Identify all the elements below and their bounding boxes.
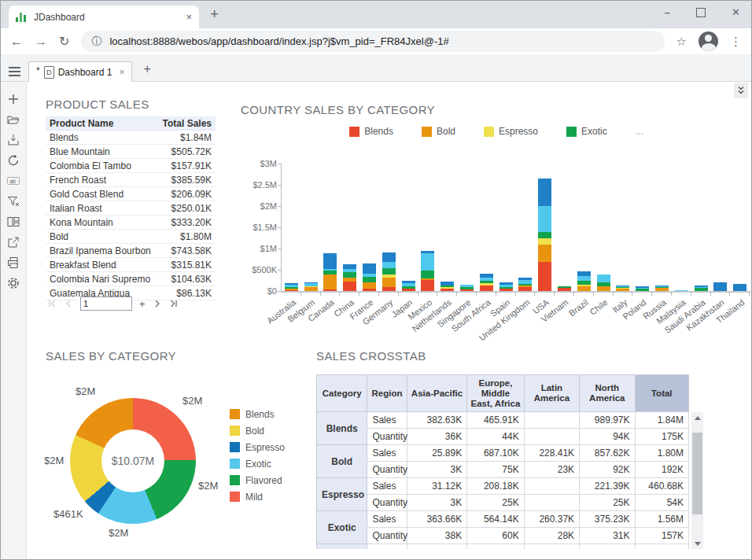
product-name-column-header[interactable]: Product Name (46, 116, 157, 131)
bar-segment-flavored[interactable] (421, 253, 434, 271)
bar-japan[interactable] (402, 281, 415, 291)
back-icon[interactable]: ← (10, 35, 23, 48)
bar-segment-bold[interactable] (597, 286, 610, 291)
close-tab-icon[interactable]: × (186, 11, 192, 23)
bar-belgium[interactable] (304, 282, 318, 291)
new-dashboard-tab-button[interactable]: + (143, 62, 150, 76)
bar-chile[interactable] (597, 274, 610, 291)
bar-saudi-arabia[interactable] (695, 286, 708, 291)
donut-ring[interactable]: $10.07M (70, 398, 196, 524)
bar-segment-blends[interactable] (538, 262, 551, 291)
print-icon[interactable] (6, 256, 20, 270)
tab-dashboard-1[interactable]: * D Dashboard 1 × (28, 61, 132, 82)
collapse-toolbar-button[interactable] (734, 83, 748, 98)
bar-usa[interactable] (538, 179, 551, 291)
ct-column-header[interactable]: Asia-Pacific (407, 375, 466, 412)
table-row[interactable]: Blue Mountain$505.72K (46, 145, 216, 159)
bar-kazakhstan[interactable] (713, 282, 727, 291)
bar-segment-exotic[interactable] (363, 277, 376, 282)
maximize-button[interactable] (696, 8, 706, 17)
bar-segment-bold[interactable] (363, 282, 376, 289)
ct-column-header[interactable]: Category (317, 375, 367, 412)
bar-segment-exotic[interactable] (421, 271, 434, 278)
bar-segment-bold[interactable] (382, 278, 396, 287)
total-sales-column-header[interactable]: Total Sales (157, 116, 216, 131)
table-row[interactable]: Gold Coast Blend$206.09K (46, 187, 216, 201)
page-number-input[interactable] (80, 297, 132, 311)
first-page-icon[interactable] (47, 299, 57, 308)
table-row[interactable]: Blends$1.84M (46, 131, 216, 145)
bar-segment-bold[interactable] (616, 289, 629, 291)
bar-thailand[interactable] (733, 284, 746, 291)
bar-singapore[interactable] (460, 285, 474, 291)
bar-poland[interactable] (636, 286, 649, 291)
bar-segment-bold[interactable] (655, 288, 669, 291)
bar-spain[interactable] (499, 282, 513, 291)
legend-more[interactable]: ... (636, 126, 643, 137)
bar-segment-mild[interactable] (733, 284, 746, 291)
bar-segment-mild[interactable] (323, 253, 337, 269)
bar-russia[interactable] (655, 286, 669, 291)
table-row[interactable]: Colombia El Tambo$157.91K (46, 159, 216, 173)
bar-segment-blends[interactable] (402, 289, 415, 291)
bar-segment-flavored[interactable] (538, 206, 551, 232)
save-import-icon[interactable] (6, 133, 20, 147)
url-field[interactable]: ⓘ localhost:8888/webos/app/dashboard/ind… (81, 31, 664, 52)
reload-icon[interactable]: ↻ (59, 35, 69, 48)
legend-item-bold[interactable]: Bold (230, 422, 285, 439)
table-row[interactable]: French Roast$385.59K (46, 173, 216, 187)
bar-segment-exotic[interactable] (636, 289, 649, 291)
legend-item-bold[interactable]: Bold (422, 126, 455, 137)
new-tab-button[interactable]: + (210, 6, 219, 23)
bar-malaysia[interactable] (675, 290, 688, 291)
menu-hamburger-icon[interactable] (9, 71, 20, 72)
bar-segment-blends[interactable] (343, 282, 356, 291)
browser-tab[interactable]: JDashboard × (9, 6, 199, 28)
legend-item-blends[interactable]: Blends (349, 126, 393, 137)
bar-segment-flavored[interactable] (675, 290, 688, 291)
bar-mexico[interactable] (421, 251, 434, 291)
bar-segment-espresso[interactable] (538, 238, 551, 245)
table-row[interactable]: Brazil Ipanema Bourbon$743.58K (46, 244, 216, 258)
layout-icon[interactable] (6, 215, 20, 229)
bar-segment-flavored[interactable] (597, 274, 610, 282)
table-row[interactable]: Italian Roast$250.01K (46, 201, 216, 216)
clear-filter-icon[interactable] (6, 194, 20, 208)
bar-segment-blends[interactable] (558, 288, 571, 291)
info-icon[interactable]: ⓘ (91, 35, 101, 49)
settings-gear-icon[interactable] (6, 276, 20, 290)
bar-segment-blends[interactable] (323, 289, 337, 291)
bar-segment-bold[interactable] (323, 274, 337, 289)
bar-segment-bold[interactable] (577, 286, 591, 291)
minimize-button[interactable]: – (665, 6, 670, 18)
bookmark-star-icon[interactable]: ☆ (676, 35, 687, 49)
bar-segment-mild[interactable] (363, 263, 376, 274)
bar-brazil[interactable] (577, 271, 591, 291)
scroll-up-icon[interactable] (691, 412, 703, 423)
bar-australia[interactable] (285, 283, 298, 291)
table-row[interactable]: Colombia Nari Supremo$104.63K (46, 272, 216, 286)
bar-germany[interactable] (382, 252, 396, 291)
ct-column-header[interactable]: Latin America (524, 375, 579, 412)
legend-item-blends[interactable]: Blends (230, 406, 285, 422)
ct-column-header[interactable]: Europe, Middle East, Africa (467, 375, 524, 412)
bar-segment-blends[interactable] (421, 280, 434, 291)
bar-segment-blends[interactable] (499, 289, 513, 291)
bar-segment-mild[interactable] (538, 179, 551, 206)
bar-segment-exotic[interactable] (695, 288, 708, 291)
legend-item-espresso[interactable]: Espresso (484, 126, 538, 137)
legend-item-mild[interactable]: Mild (230, 488, 285, 505)
scrollbar-thumb[interactable] (692, 433, 702, 514)
bar-segment-bold[interactable] (304, 287, 318, 291)
profile-avatar[interactable] (699, 31, 718, 51)
open-folder-icon[interactable] (6, 112, 20, 127)
ct-column-header[interactable]: Total (635, 375, 688, 412)
export-icon[interactable] (6, 235, 20, 249)
refresh-icon[interactable] (6, 153, 20, 168)
bar-segment-blends[interactable] (382, 287, 396, 291)
bar-vietnam[interactable] (558, 286, 571, 291)
bar-segment-mild[interactable] (382, 252, 396, 262)
crosstab-scrollbar[interactable] (691, 412, 703, 549)
bar-segment-blends[interactable] (285, 290, 298, 291)
bar-south-africa[interactable] (480, 274, 493, 291)
